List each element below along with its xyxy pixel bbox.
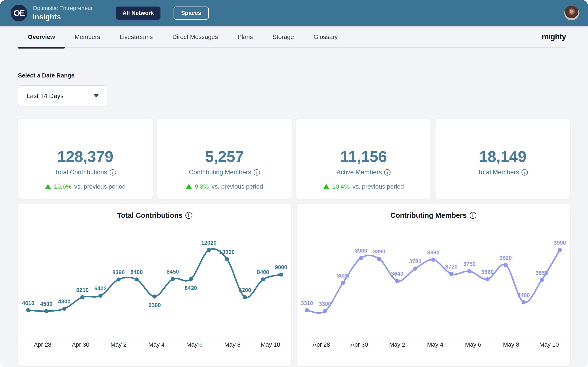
chart-point[interactable] xyxy=(305,308,309,312)
chart-point[interactable] xyxy=(207,248,211,252)
stat-card-total-members: 18,149 Total Members i xyxy=(435,119,570,200)
chart-point[interactable] xyxy=(171,277,175,281)
chart-point-label: 3620 xyxy=(337,272,349,279)
x-tick-label: May 2 xyxy=(111,341,127,348)
chart-point[interactable] xyxy=(62,307,66,311)
mighty-logo[interactable]: mighty xyxy=(542,33,566,41)
page-title: Insights xyxy=(33,13,93,21)
chart-point[interactable] xyxy=(153,294,156,299)
date-range-value: Last 14 Days xyxy=(26,92,63,100)
chart-point-label: 8390 xyxy=(112,269,125,275)
tab-members[interactable]: Members xyxy=(65,26,110,48)
chart-point[interactable] xyxy=(135,277,139,281)
chart-title: Contributing Members xyxy=(390,211,467,219)
chart-point-label: 3750 xyxy=(463,261,476,267)
chart-point[interactable] xyxy=(189,277,193,281)
tab-glossary[interactable]: Glossary xyxy=(304,26,347,48)
stat-label: Active Members xyxy=(337,169,382,176)
header: OE Optimistic Entrepreneur Insights All … xyxy=(0,0,588,26)
stat-card-active-members: 11,156 Active Members i 10.4% vs. previo… xyxy=(296,119,431,200)
chart-point-label: 3650 xyxy=(536,270,548,276)
chart-point[interactable] xyxy=(98,294,103,298)
chart-point[interactable] xyxy=(117,277,121,282)
x-tick-label: May 6 xyxy=(465,341,481,348)
chart-point[interactable] xyxy=(279,272,283,276)
trend-suffix: vs. previous period xyxy=(352,183,404,190)
brand-block: Optimistic Entrepreneur Insights xyxy=(33,5,93,21)
info-icon[interactable]: i xyxy=(110,169,116,175)
chart-title: Total Contributions xyxy=(117,211,182,219)
x-tick-label: May 8 xyxy=(503,341,519,348)
stat-value: 11,156 xyxy=(340,148,387,165)
chart-point-label: 6402 xyxy=(94,285,107,292)
tab-direct-messages[interactable]: Direct Messages xyxy=(163,26,228,48)
chart-point-label: 3720 xyxy=(445,263,458,270)
tab-storage[interactable]: Storage xyxy=(263,26,304,48)
chart-point[interactable] xyxy=(431,258,435,262)
x-tick-label: May 4 xyxy=(427,341,443,348)
info-icon[interactable]: i xyxy=(254,169,260,175)
chart-point[interactable] xyxy=(261,277,265,281)
tab-livestreams[interactable]: Livestreams xyxy=(110,26,163,48)
chart-point[interactable] xyxy=(413,267,417,271)
chart-point[interactable] xyxy=(80,295,85,299)
chart-point[interactable] xyxy=(522,300,526,304)
x-tick-label: May 2 xyxy=(389,341,405,348)
chart-point[interactable] xyxy=(503,263,508,267)
chart-point[interactable] xyxy=(377,257,381,261)
trend-row: 10.6% vs. previous period xyxy=(45,183,126,190)
stat-label: Total Members xyxy=(477,169,519,176)
chart-point[interactable] xyxy=(558,248,562,252)
network-logo[interactable]: OE xyxy=(11,5,27,21)
stat-value: 128,379 xyxy=(57,148,113,165)
chart-point-label: 3890 xyxy=(373,249,385,255)
chart-point[interactable] xyxy=(341,281,345,285)
date-range-select[interactable]: Last 14 Days xyxy=(18,85,107,106)
chart-point-label: 12020 xyxy=(201,240,216,246)
chart-point-label: 6200 xyxy=(239,287,251,293)
chart-point[interactable] xyxy=(44,309,48,313)
chart-point-label: 4800 xyxy=(58,298,70,305)
chart-point[interactable] xyxy=(395,279,399,283)
info-icon[interactable]: i xyxy=(185,212,192,219)
x-tick-label: Apr 28 xyxy=(312,341,330,348)
chart-point-label: 3900 xyxy=(355,248,367,254)
trend-delta: 10.4% xyxy=(332,183,350,190)
x-tick-label: Apr 28 xyxy=(34,341,52,348)
x-tick-label: Apr 30 xyxy=(351,341,368,348)
info-icon[interactable]: i xyxy=(521,169,528,175)
tab-overview[interactable]: Overview xyxy=(18,26,65,48)
chart-point[interactable] xyxy=(485,277,490,281)
chart-point-label: 3640 xyxy=(391,271,403,277)
main-content: Select a Date Range Last 14 Days 128,379… xyxy=(0,72,588,366)
chart-point[interactable] xyxy=(540,278,544,282)
chart-point[interactable] xyxy=(26,308,30,312)
chart-point-label: 6210 xyxy=(76,287,88,293)
chart-point[interactable] xyxy=(225,257,229,261)
all-network-button[interactable]: All Network xyxy=(116,7,160,20)
info-icon[interactable]: i xyxy=(384,169,390,175)
x-tick-label: Apr 30 xyxy=(72,341,89,348)
tabbar: Overview Members Livestreams Direct Mess… xyxy=(18,26,566,48)
chart-point-label: 3990 xyxy=(554,240,566,246)
info-icon[interactable]: i xyxy=(470,212,476,219)
chart-point-label: 3660 xyxy=(481,269,494,275)
chart-point-label: 8450 xyxy=(167,268,179,275)
chart-point-label: 4500 xyxy=(40,301,52,307)
chart-point[interactable] xyxy=(449,272,453,276)
trend-up-icon xyxy=(186,184,192,189)
chart-point[interactable] xyxy=(243,295,247,299)
tab-plans[interactable]: Plans xyxy=(228,26,263,48)
header-scope-switch: All Network Spaces xyxy=(116,7,209,20)
chart-point[interactable] xyxy=(359,256,363,260)
tabbar-wrap: Overview Members Livestreams Direct Mess… xyxy=(0,26,588,48)
chart-point[interactable] xyxy=(467,269,471,273)
stat-value: 5,257 xyxy=(205,148,244,165)
user-avatar[interactable] xyxy=(564,6,579,20)
spaces-button[interactable]: Spaces xyxy=(173,7,209,20)
trend-delta: 9.3% xyxy=(195,183,209,190)
chart-point-label: 3820 xyxy=(499,255,512,261)
app-window: OE Optimistic Entrepreneur Insights All … xyxy=(0,0,588,367)
chart-point[interactable] xyxy=(323,309,327,313)
chart-point-label: 3300 xyxy=(319,301,331,307)
